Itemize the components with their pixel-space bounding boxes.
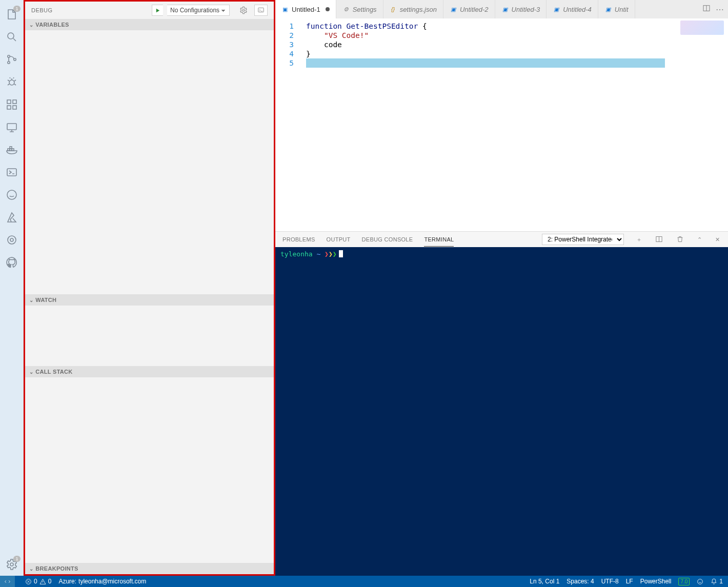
status-feedback-icon[interactable] [697, 578, 703, 585]
terminal-cwd: ~ [316, 250, 320, 258]
powershell-file-icon: ▣ [281, 6, 289, 13]
variables-section-header[interactable]: ⌄ VARIABLES [25, 19, 274, 30]
activity-docker-icon[interactable] [0, 138, 24, 161]
minimap[interactable] [680, 21, 724, 35]
activity-github-icon[interactable] [0, 251, 24, 274]
svg-point-17 [10, 238, 13, 241]
code-editor[interactable]: 1 2 3 4 5 function Get-BestPSEditor { "V… [275, 18, 728, 231]
split-editor-icon[interactable] [702, 4, 711, 14]
panel-tab-problems[interactable]: PROBLEMS [282, 236, 315, 242]
powershell-file-icon: ▣ [501, 6, 509, 13]
remote-indicator[interactable] [0, 576, 15, 587]
activity-misc-icon[interactable] [0, 229, 24, 251]
status-encoding[interactable]: UTF-8 [601, 578, 619, 585]
watch-section-header[interactable]: ⌄ WATCH [25, 294, 274, 306]
tab-untitled-5-truncated[interactable]: ▣ Untit [598, 0, 635, 18]
start-debug-button[interactable] [152, 5, 163, 16]
tab-settings-json[interactable]: {} settings.json [383, 0, 443, 18]
panel-tab-terminal[interactable]: TERMINAL [424, 236, 454, 247]
line-number: 1 [275, 22, 294, 31]
status-eol[interactable]: LF [626, 578, 633, 585]
debug-sidebar: DEBUG No Configurations ⌄ VARIABLES [24, 0, 275, 576]
activity-debug-icon[interactable] [0, 71, 24, 93]
status-indentation[interactable]: Spaces: 4 [567, 578, 594, 585]
token-brace: { [422, 22, 427, 30]
breakpoints-label: BREAKPOINTS [35, 565, 78, 572]
svg-rect-6 [7, 106, 11, 109]
line-number: 4 [275, 49, 294, 58]
more-actions-icon[interactable]: ⋯ [716, 5, 724, 14]
json-file-icon: {} [390, 6, 397, 13]
terminal-prompt-char: ❯ [329, 250, 333, 258]
svg-point-2 [7, 62, 9, 64]
svg-point-15 [7, 190, 16, 199]
activity-powershell-icon[interactable] [0, 161, 24, 184]
tab-untitled-1[interactable]: ▣ Untitled-1 [275, 0, 336, 18]
panel-tabs: PROBLEMS OUTPUT DEBUG CONSOLE TERMINAL 2… [275, 232, 728, 247]
terminal[interactable]: tyleonha ~ ❯❯❯ [275, 247, 728, 576]
status-bar: 0 0 Azure: tyleonha@microsoft.com Ln 5, … [0, 576, 728, 587]
activity-explorer-icon[interactable] [0, 3, 24, 26]
variables-body [25, 30, 274, 294]
activity-remote-icon[interactable] [0, 116, 24, 138]
panel-tab-debug-console[interactable]: DEBUG CONSOLE [362, 236, 413, 242]
status-cursor-position[interactable]: Ln 5, Col 1 [530, 578, 559, 585]
selection-highlight [306, 58, 665, 68]
azure-account: tyleonha@microsoft.com [78, 578, 146, 585]
terminal-cursor [339, 250, 343, 257]
svg-point-18 [10, 563, 13, 566]
chevron-down-icon: ⌄ [29, 297, 33, 303]
error-count: 0 [34, 578, 37, 585]
panel-tab-output[interactable]: OUTPUT [327, 236, 351, 242]
new-terminal-icon[interactable]: ＋ [635, 236, 643, 244]
tab-label: Untitled-4 [563, 6, 592, 13]
code-content[interactable]: function Get-BestPSEditor { "VS Code!" c… [301, 18, 728, 231]
terminal-selector[interactable]: 2: PowerShell Integrated Con [542, 234, 624, 245]
status-notifications[interactable]: 1 [711, 578, 723, 585]
tab-untitled-3[interactable]: ▣ Untitled-3 [495, 0, 547, 18]
kill-terminal-icon[interactable] [675, 235, 685, 244]
activity-azure-icon[interactable] [0, 206, 24, 229]
maximize-panel-icon[interactable]: ⌃ [696, 236, 703, 243]
open-launch-json-button[interactable] [237, 5, 250, 16]
activity-bar [0, 0, 24, 576]
split-terminal-icon[interactable] [654, 235, 664, 244]
tab-label: Untitled-1 [292, 6, 320, 13]
status-problems[interactable]: 0 0 [25, 578, 51, 585]
debug-sidebar-header: DEBUG No Configurations [25, 2, 274, 19]
watch-body [25, 306, 274, 366]
status-azure[interactable]: Azure: tyleonha@microsoft.com [58, 578, 146, 585]
svg-rect-8 [13, 100, 16, 104]
debug-config-select[interactable]: No Configurations [167, 5, 230, 16]
token-brace: } [306, 50, 311, 58]
callstack-section-header[interactable]: ⌄ CALL STACK [25, 366, 274, 377]
svg-point-0 [8, 33, 14, 39]
powershell-file-icon: ▣ [553, 6, 560, 13]
chevron-down-icon: ⌄ [29, 22, 33, 28]
powershell-file-icon: ▣ [450, 6, 457, 13]
svg-rect-5 [7, 100, 11, 104]
line-number: 2 [275, 31, 294, 40]
line-number: 3 [275, 40, 294, 49]
bottom-panel: PROBLEMS OUTPUT DEBUG CONSOLE TERMINAL 2… [275, 231, 728, 576]
activity-settings-icon[interactable] [0, 553, 24, 576]
activity-source-control-icon[interactable] [0, 48, 24, 71]
tab-settings[interactable]: ⚙ Settings [336, 0, 383, 18]
chevron-down-icon: ⌄ [29, 566, 33, 572]
tab-untitled-2[interactable]: ▣ Untitled-2 [443, 0, 495, 18]
line-gutter: 1 2 3 4 5 [275, 18, 301, 231]
status-language[interactable]: PowerShell [640, 578, 672, 585]
activity-extensions-icon[interactable] [0, 93, 24, 116]
svg-point-24 [698, 579, 703, 584]
powershell-file-icon: ▣ [604, 6, 612, 13]
activity-search-icon[interactable] [0, 26, 24, 48]
breakpoints-section-header[interactable]: ⌄ BREAKPOINTS [25, 563, 274, 574]
status-ps-version[interactable]: 7.0 [678, 578, 690, 585]
svg-point-4 [9, 80, 14, 85]
ps-version-badge: 7.0 [678, 578, 690, 585]
activity-liveshare-icon[interactable] [0, 184, 24, 206]
debug-console-button[interactable] [254, 5, 268, 16]
tab-untitled-4[interactable]: ▣ Untitled-4 [547, 0, 598, 18]
close-panel-icon[interactable]: ✕ [714, 236, 721, 243]
svg-rect-13 [10, 147, 12, 149]
